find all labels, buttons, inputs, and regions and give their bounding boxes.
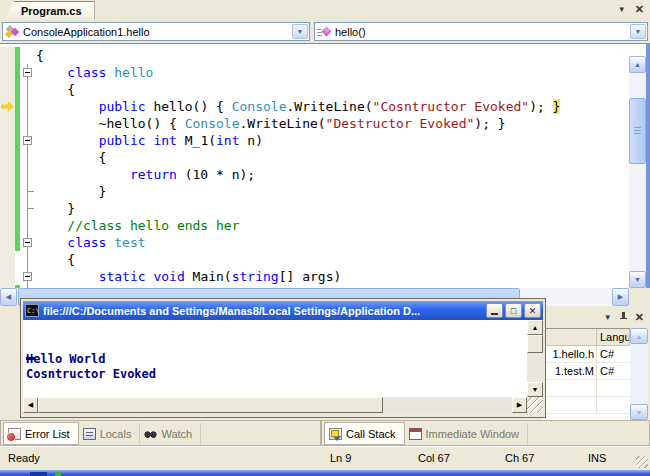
fold-collapse-icon[interactable]	[23, 136, 32, 145]
resize-grip[interactable]	[527, 397, 543, 413]
status-column: Col 67	[418, 452, 450, 464]
scroll-down-button[interactable]: ▼	[527, 382, 543, 397]
scroll-up-button[interactable]: ▲	[527, 320, 543, 335]
panel-tab-watch[interactable]: Watch	[140, 423, 201, 444]
minimize-button[interactable]	[486, 303, 503, 318]
close-button[interactable]: ✕	[524, 303, 541, 318]
horizontal-scrollbar-thumb[interactable]	[38, 397, 383, 413]
breakpoint-margin[interactable]	[0, 98, 15, 115]
console-output[interactable]: Hello WorldCosntructor Evoked	[23, 320, 527, 397]
panel-tab-label: Locals	[100, 428, 132, 440]
code-segment: (10 * n);	[177, 167, 255, 182]
code-segment: hello	[114, 65, 153, 80]
types-dropdown[interactable]: ConsoleApplication1.hello ▼	[2, 22, 310, 41]
code-segment	[36, 167, 130, 182]
breakpoint-margin[interactable]	[0, 234, 15, 251]
panel-tab-call-stack[interactable]: Call Stack	[324, 422, 405, 445]
status-line: Ln 9	[330, 452, 351, 464]
code-text: static void Main(string[] args)	[36, 269, 341, 284]
console-horizontal-scrollbar[interactable]: ◀ ▶	[23, 397, 527, 413]
code-segment: ); }	[474, 116, 505, 131]
document-well-buttons: ▼ ✕	[618, 3, 644, 16]
code-segment: }	[36, 184, 106, 199]
panel-options-dropdown-button[interactable]: ▼	[604, 313, 612, 322]
breakpoint-margin[interactable]	[0, 47, 15, 64]
code-line[interactable]: return (10 * n);	[0, 166, 646, 183]
code-line[interactable]: static void Main(string[] args)	[0, 268, 646, 285]
vertical-scrollbar-thumb[interactable]	[629, 98, 646, 164]
breakpoint-margin[interactable]	[0, 149, 15, 166]
vertical-scrollbar-thumb[interactable]	[527, 335, 543, 353]
scroll-up-button[interactable]: ▲	[630, 328, 648, 344]
code-line[interactable]: //class hello ends her	[0, 217, 646, 234]
breakpoint-margin[interactable]	[0, 64, 15, 81]
console-vertical-scrollbar[interactable]: ▲ ▼	[527, 320, 543, 397]
statusbar-resize-grip[interactable]	[636, 456, 648, 468]
breakpoint-margin[interactable]	[0, 132, 15, 149]
document-list-dropdown-button[interactable]: ▼	[618, 5, 626, 14]
code-editor[interactable]: { class hello { public hello() { Console…	[0, 43, 646, 288]
breakpoint-margin[interactable]	[0, 251, 15, 268]
scroll-right-button[interactable]: ▶	[512, 397, 527, 413]
name-column-header[interactable]	[543, 329, 597, 346]
code-text: {	[36, 82, 75, 97]
scroll-right-button[interactable]: ▶	[612, 288, 629, 306]
code-text: }	[36, 201, 75, 216]
editor-navigation-bar: ConsoleApplication1.hello ▼ hello() ▼	[0, 19, 650, 43]
breakpoint-margin[interactable]	[0, 200, 15, 217]
breakpoint-margin[interactable]	[0, 166, 15, 183]
scrollbar-corner	[629, 288, 650, 306]
execution-arrow-icon	[1, 101, 14, 112]
fold-collapse-icon[interactable]	[23, 68, 32, 77]
editor-vertical-scrollbar[interactable]: ▲ ▼	[629, 56, 646, 288]
breakpoint-margin[interactable]	[0, 81, 15, 98]
console-window[interactable]: C:\ file:///C:/Documents and Settings/Ma…	[21, 299, 545, 417]
scroll-left-button[interactable]: ◀	[23, 397, 38, 413]
code-line[interactable]: public int M_1(int n)	[0, 132, 646, 149]
close-panel-button[interactable]: ✕	[635, 311, 644, 324]
code-text: {	[36, 150, 106, 165]
code-segment: void	[153, 269, 184, 284]
breakpoint-margin[interactable]	[0, 115, 15, 132]
code-line[interactable]: }	[0, 183, 646, 200]
code-segment: "Destructor Evoked"	[326, 116, 475, 131]
code-line[interactable]: {	[0, 251, 646, 268]
panel-tab-locals[interactable]: Locals	[79, 423, 141, 444]
call-stack-scrollbar[interactable]: ▲ ▼	[630, 328, 648, 420]
right-tab-well: Call StackImmediate Window	[321, 420, 650, 446]
code-line[interactable]: class hello	[0, 64, 646, 81]
code-line[interactable]: {	[0, 149, 646, 166]
status-bar: Ready Ln 9 Col 67 Ch 67 INS	[0, 446, 650, 471]
code-text: {	[36, 252, 75, 267]
console-titlebar[interactable]: C:\ file:///C:/Documents and Settings/Ma…	[23, 301, 543, 320]
breakpoint-margin[interactable]	[0, 268, 15, 285]
pin-icon[interactable]	[619, 312, 628, 322]
code-line[interactable]: {	[0, 81, 646, 98]
code-line[interactable]: {	[0, 47, 646, 64]
fold-collapse-icon[interactable]	[23, 238, 32, 247]
scroll-left-button[interactable]: ◀	[0, 288, 17, 306]
breakpoint-margin[interactable]	[0, 183, 15, 200]
call-stack-frame[interactable]: 1.test.MC#	[543, 363, 630, 380]
call-stack-frame[interactable]: 1.hello.hC#	[543, 346, 630, 363]
breakpoint-margin[interactable]	[0, 217, 15, 234]
code-line[interactable]: class test	[0, 234, 646, 251]
panel-tab-error-list[interactable]: Error List	[3, 422, 79, 445]
scroll-down-button[interactable]: ▼	[630, 404, 648, 420]
code-line[interactable]: }	[0, 200, 646, 217]
language-column-header[interactable]: Language	[597, 329, 630, 346]
code-segment: public	[99, 133, 146, 148]
scroll-up-button[interactable]: ▲	[629, 56, 646, 73]
code-line[interactable]: ~hello() { Console.WriteLine("Destructor…	[0, 115, 646, 132]
panel-tab-immediate-window[interactable]: Immediate Window	[405, 423, 529, 444]
close-document-button[interactable]: ✕	[635, 3, 644, 16]
code-segment: [] args)	[279, 269, 342, 284]
taskbar-edge[interactable]	[0, 470, 650, 476]
members-dropdown-arrow[interactable]: ▼	[630, 24, 646, 39]
members-dropdown[interactable]: hello() ▼	[314, 22, 648, 41]
types-dropdown-arrow[interactable]: ▼	[292, 24, 308, 39]
maximize-button[interactable]: □	[505, 303, 522, 318]
code-line[interactable]: public hello() { Console.WriteLine("Cosn…	[0, 98, 646, 115]
fold-collapse-icon[interactable]	[23, 272, 32, 281]
scroll-down-button[interactable]: ▼	[629, 271, 646, 288]
